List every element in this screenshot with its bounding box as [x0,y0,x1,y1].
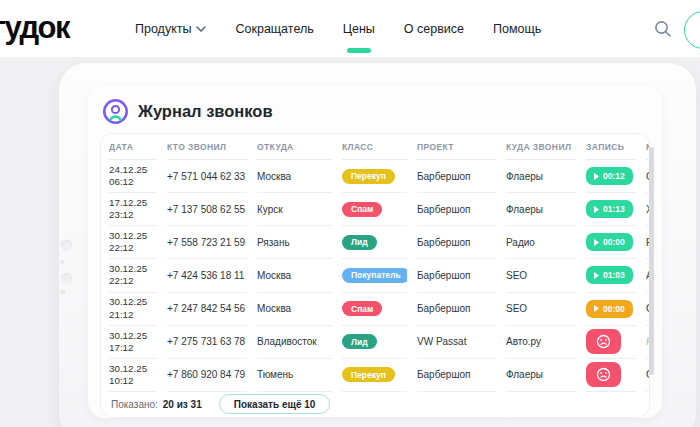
date-value: 24.12.25 [109,164,147,176]
class-badge: Лид [342,334,377,349]
cell-date: 30.12.2517:12 [109,326,157,359]
time-value: 22:12 [109,242,134,254]
project-value: Барбершоп [417,204,470,215]
cell-project: Барбершоп [417,293,496,326]
cell-project: Барбершоп [417,359,496,392]
cell-date: 30.12.2522:12 [109,226,157,259]
cell-target: Авто.ру [506,326,576,359]
play-record-button[interactable]: 01:13 [586,200,633,218]
phone-value: +7 247 842 54 56 [167,303,245,314]
date-value: 17.12.25 [109,197,147,209]
play-record-button[interactable]: 00:00 [586,233,633,251]
cell-phone: +7 571 044 62 33 [167,160,247,193]
device-side-button [61,273,72,284]
cell-date: 17.12.2523:12 [109,193,157,226]
play-record-button[interactable]: 00:00 [586,300,633,318]
account-button[interactable] [684,11,700,49]
table-row: 24.12.2506:12 +7 571 044 62 33 Москва Пе… [101,160,649,193]
cell-target: Флаеры [506,359,576,392]
record-duration: 01:13 [603,204,625,214]
phone-value: +7 860 920 84 79 [167,369,245,380]
city-value: Москва [257,171,291,182]
project-value: Барбершоп [417,171,470,182]
nav-menu: Продукты Сокращатель Цены О сервисе Помо… [135,0,541,57]
cell-phone: +7 247 842 54 56 [167,293,247,326]
nav-item-label: Цены [343,22,375,36]
cell-project: Барбершоп [417,259,496,292]
target-value: Флаеры [506,204,543,215]
shown-count: 20 из 31 [163,399,202,410]
record-duration: 00:00 [603,304,625,314]
play-record-button[interactable]: 00:12 [586,167,633,185]
city-value: Рязань [257,237,290,248]
cell-phone: +7 275 731 63 78 [167,326,247,359]
cell-class: Перекуп [342,359,407,392]
cell-class: Покупатель [342,259,407,292]
cell-record [586,359,636,392]
nav-item-help[interactable]: Помощь [493,22,541,36]
play-icon [594,272,599,279]
date-value: 30.12.25 [109,230,147,242]
play-icon [594,305,599,312]
target-value: SEO [506,303,527,314]
time-value: 06:12 [109,176,134,188]
device-side-dot [60,260,64,264]
date-value: 30.12.25 [109,363,147,375]
shown-label: Показано: [111,399,158,410]
cell-target: SEO [506,259,576,292]
table-scrollbar[interactable] [649,147,654,375]
record-duration: 00:00 [603,237,625,247]
nav-item-products[interactable]: Продукты [135,22,206,36]
table-header-row: ДАТА КТО ЗВОНИЛ ОТКУДА КЛАСС ПРОЕКТ КУДА… [101,134,649,160]
cell-project: Барбершоп [417,193,496,226]
page: гудок Продукты Сокращатель Цены О сервис… [0,0,700,427]
cell-from: Москва [257,160,332,193]
time-value: 10:12 [109,375,134,387]
chevron-down-icon [196,26,206,32]
project-value: Барбершоп [417,237,470,248]
nav-item-about[interactable]: О сервисе [404,22,464,36]
cell-class: Перекуп [342,160,407,193]
table-row: 30.12.2522:12 +7 558 723 21 59 Рязань Ли… [101,226,649,259]
nav-item-prices[interactable]: Цены [343,22,375,36]
col-header-project: ПРОЕКТ [417,134,496,160]
cell-project: Барбершоп [417,160,496,193]
active-tab-indicator [347,48,371,53]
col-header-caller: КТО ЗВОНИЛ [167,134,247,160]
table-row: 17.12.2523:12 +7 137 508 62 55 Курск Спа… [101,193,649,226]
cell-date: 30.12.2521:12 [109,293,157,326]
show-more-button[interactable]: Показать ещё 10 [219,394,331,414]
cell-record: 00:00 [586,293,636,326]
city-value: Тюмень [257,369,293,380]
class-badge: Спам [342,301,382,316]
project-value: Барбершоп [417,303,470,314]
phone-value: +7 558 723 21 59 [167,237,245,248]
phone-value: +7 571 044 62 33 [167,171,245,182]
time-value: 22:12 [109,275,134,287]
cell-project: Барбершоп [417,226,496,259]
target-value: Флаеры [506,171,543,182]
cell-class: Спам [342,293,407,326]
col-header-record: ЗАПИСЬ [586,134,636,160]
cell-from: Тюмень [257,359,332,392]
call-log-icon [102,98,129,125]
cell-from: Владивосток [257,326,332,359]
city-value: Москва [257,270,291,281]
call-log-panel: Журнал звонков ДАТА КТО ЗВОНИЛ ОТКУДА КЛ… [88,85,662,418]
panel-header: Журнал звонков [88,85,662,134]
table-row: 30.12.2517:12 +7 275 731 63 78 Владивост… [101,326,649,359]
play-record-button[interactable]: 01:03 [586,266,633,284]
search-icon[interactable] [654,20,672,38]
cell-target: Радио [506,226,576,259]
cell-from: Рязань [257,226,332,259]
cell-project: VW Passat [417,326,496,359]
cell-record: 01:03 [586,259,636,292]
city-value: Москва [257,303,291,314]
table-row: 30.12.2521:12 +7 247 842 54 56 Москва Сп… [101,293,649,326]
cell-class: Лид [342,326,407,359]
logo[interactable]: гудок [0,10,69,46]
phone-value: +7 275 731 63 78 [167,336,245,347]
date-value: 30.12.25 [109,296,147,308]
nav-item-shortener[interactable]: Сокращатель [235,22,313,36]
class-badge: Перекуп [342,169,395,184]
